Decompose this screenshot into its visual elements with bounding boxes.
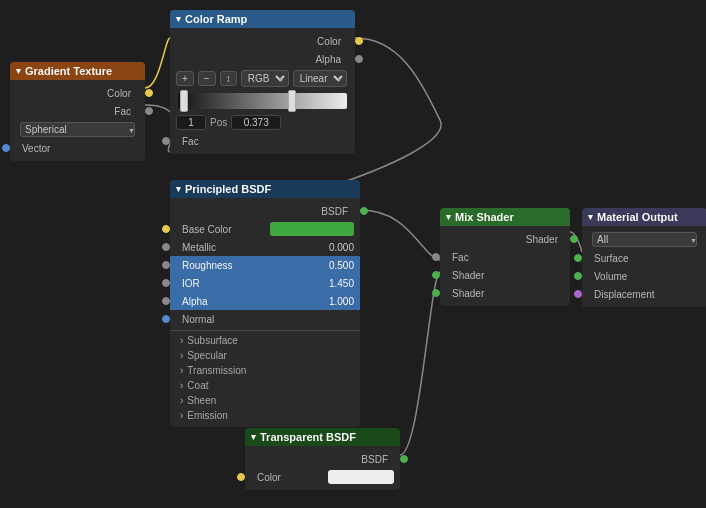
ramp-pos-row: 1 Pos 0.373: [170, 113, 355, 132]
coat-label: Coat: [187, 380, 208, 391]
mix-fac-label: Fac: [446, 252, 564, 263]
mix-shader1-socket[interactable]: [432, 271, 440, 279]
subsurface-expand[interactable]: ›Subsurface: [170, 333, 360, 348]
color-ramp-alpha-socket[interactable]: [355, 55, 363, 63]
transparent-color-label: Color: [251, 472, 324, 483]
gradient-texture-body: Color Fac Spherical Vector: [10, 80, 145, 161]
mix-shader-title: Mix Shader: [455, 211, 514, 223]
displacement-socket[interactable]: [574, 290, 582, 298]
principled-bsdf-title: Principled BSDF: [185, 183, 271, 195]
surface-label: Surface: [588, 253, 701, 264]
alpha-row: Alpha 1.000: [170, 292, 360, 310]
roughness-socket[interactable]: [162, 261, 170, 269]
interpolation-select[interactable]: Linear: [293, 70, 347, 87]
gradient-texture-title: Gradient Texture: [25, 65, 112, 77]
bsdf-output-socket[interactable]: [360, 207, 368, 215]
specular-expand[interactable]: ›Specular: [170, 348, 360, 363]
collapse-icon-3[interactable]: ▾: [176, 184, 181, 194]
transmission-label: Transmission: [187, 365, 246, 376]
transparent-bsdf-title: Transparent BSDF: [260, 431, 356, 443]
add-stop-button[interactable]: +: [176, 71, 194, 86]
surface-socket[interactable]: [574, 254, 582, 262]
fac-output-label: Fac: [16, 106, 139, 117]
color-ramp-color-output: Color: [170, 32, 355, 50]
roughness-label: Roughness: [176, 260, 314, 271]
color-mode-select[interactable]: RGB: [241, 70, 289, 87]
roughness-row: Roughness 0.500: [170, 256, 360, 274]
collapse-icon[interactable]: ▾: [16, 66, 21, 76]
pos-label: Pos: [210, 117, 227, 128]
mix-shader-output-row: Shader: [440, 230, 570, 248]
volume-socket[interactable]: [574, 272, 582, 280]
metallic-socket[interactable]: [162, 243, 170, 251]
vector-input-socket[interactable]: [2, 144, 10, 152]
stop-pos-input[interactable]: 0.373: [231, 115, 281, 130]
material-output-body: All Surface Volume Displacement: [582, 226, 706, 307]
collapse-icon-2[interactable]: ▾: [176, 14, 181, 24]
base-color-swatch[interactable]: [270, 222, 354, 236]
principled-bsdf-header[interactable]: ▾ Principled BSDF: [170, 180, 360, 198]
node-gradient-texture: ▾ Gradient Texture Color Fac Spherical: [10, 62, 145, 161]
metallic-row: Metallic 0.000: [170, 238, 360, 256]
color-ramp-bar[interactable]: [178, 93, 347, 109]
fac-output-socket[interactable]: [145, 107, 153, 115]
subsurface-label: Subsurface: [187, 335, 238, 346]
color-ramp-color-label: Color: [176, 36, 349, 47]
color-ramp-fac-input: Fac: [170, 132, 355, 150]
metallic-label: Metallic: [176, 242, 314, 253]
stop-index-input[interactable]: 1: [176, 115, 206, 130]
transmission-expand[interactable]: ›Transmission: [170, 363, 360, 378]
material-output-header[interactable]: ▾ Material Output: [582, 208, 706, 226]
color-ramp-color-socket[interactable]: [355, 37, 363, 45]
mix-shader2-socket[interactable]: [432, 289, 440, 297]
base-color-label: Base Color: [176, 224, 266, 235]
mix-shader-header[interactable]: ▾ Mix Shader: [440, 208, 570, 226]
mix-shader-output-socket[interactable]: [570, 235, 578, 243]
transparent-color-swatch[interactable]: [328, 470, 395, 484]
ior-socket[interactable]: [162, 279, 170, 287]
color-output-label: Color: [16, 88, 139, 99]
fac-input-socket[interactable]: [162, 137, 170, 145]
collapse-icon-5[interactable]: ▾: [446, 212, 451, 222]
remove-stop-button[interactable]: −: [198, 71, 216, 86]
mix-fac-socket[interactable]: [432, 253, 440, 261]
gradient-texture-header[interactable]: ▾ Gradient Texture: [10, 62, 145, 80]
bsdf-output-label: BSDF: [321, 206, 348, 217]
mix-fac-row: Fac: [440, 248, 570, 266]
collapse-icon-4[interactable]: ▾: [251, 432, 256, 442]
ramp-stop-right[interactable]: [288, 90, 296, 112]
coat-expand[interactable]: ›Coat: [170, 378, 360, 393]
node-mix-shader: ▾ Mix Shader Shader Fac Shader Shader: [440, 208, 570, 306]
node-transparent-bsdf: ▾ Transparent BSDF BSDF Color: [245, 428, 400, 490]
normal-socket[interactable]: [162, 315, 170, 323]
base-color-socket[interactable]: [162, 225, 170, 233]
color-ramp-body: Color Alpha + − ↕ RGB Linear: [170, 28, 355, 154]
gradient-texture-fac-output: Fac: [10, 102, 145, 120]
node-material-output: ▾ Material Output All Surface Volume: [582, 208, 706, 307]
material-output-title: Material Output: [597, 211, 678, 223]
transparent-color-socket[interactable]: [237, 473, 245, 481]
gradient-type-dropdown[interactable]: Spherical: [20, 122, 135, 137]
color-ramp-title: Color Ramp: [185, 13, 247, 25]
transparent-bsdf-output-socket[interactable]: [400, 455, 408, 463]
emission-expand[interactable]: ›Emission: [170, 408, 360, 423]
alpha-label: Alpha: [176, 296, 314, 307]
alpha-socket[interactable]: [162, 297, 170, 305]
gradient-type-row: Spherical: [10, 120, 145, 139]
collapse-icon-6[interactable]: ▾: [588, 212, 593, 222]
mix-shader2-row: Shader: [440, 284, 570, 302]
ramp-stop-left[interactable]: [180, 90, 188, 112]
surface-row: Surface: [582, 249, 706, 267]
sort-stop-button[interactable]: ↕: [220, 71, 237, 86]
normal-row: Normal: [170, 310, 360, 328]
sheen-expand[interactable]: ›Sheen: [170, 393, 360, 408]
ior-value: 1.450: [314, 278, 354, 289]
ior-row: IOR 1.450: [170, 274, 360, 292]
color-ramp-header[interactable]: ▾ Color Ramp: [170, 10, 355, 28]
node-color-ramp: ▾ Color Ramp Color Alpha + − ↕ RGB: [170, 10, 355, 154]
normal-label: Normal: [176, 314, 354, 325]
material-target-select[interactable]: All: [592, 232, 697, 247]
color-ramp-alpha-output: Alpha: [170, 50, 355, 68]
transparent-bsdf-header[interactable]: ▾ Transparent BSDF: [245, 428, 400, 446]
color-output-socket[interactable]: [145, 89, 153, 97]
